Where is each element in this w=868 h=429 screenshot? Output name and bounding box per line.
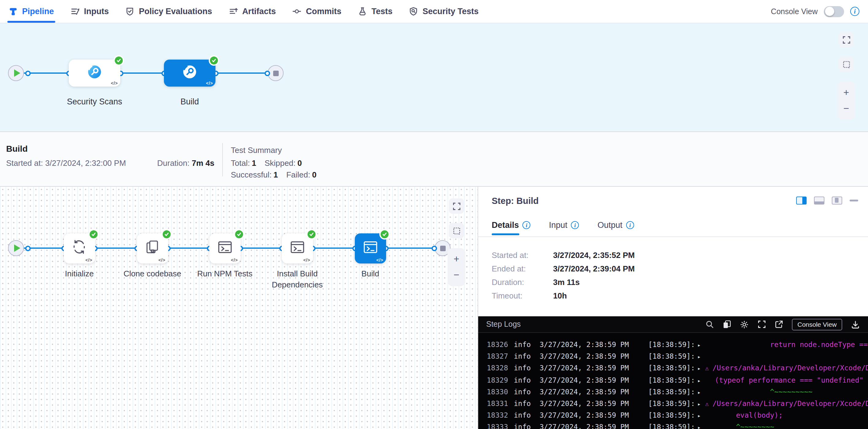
step-logs-output[interactable]: 18326info3/27/2024, 2:38:59 PM[18:38:59]… bbox=[478, 333, 868, 429]
tab-output[interactable]: Output i bbox=[598, 220, 634, 235]
log-expand-icon[interactable]: ▸ bbox=[698, 401, 701, 407]
canvas-fullscreen-button[interactable] bbox=[839, 32, 854, 47]
start-node[interactable] bbox=[8, 240, 24, 256]
log-expand-icon[interactable]: ▸ bbox=[698, 366, 701, 372]
log-time: [18:38:59]: bbox=[648, 352, 695, 361]
step-node-clone-codebase[interactable]: </> bbox=[137, 233, 168, 263]
end-node[interactable] bbox=[268, 65, 284, 81]
layout-split-right-icon[interactable] bbox=[796, 196, 807, 205]
log-line-number: 18332 bbox=[487, 410, 514, 421]
canvas-select-button[interactable] bbox=[839, 57, 854, 72]
edge-port bbox=[264, 70, 270, 76]
detail-row: Ended at: 3/27/2024, 2:39:04 PM bbox=[492, 264, 635, 273]
tabs-separator bbox=[478, 237, 868, 237]
zoom-out-button[interactable]: − bbox=[454, 270, 460, 280]
nav-tab-policy-evaluations[interactable]: Policy Evaluations bbox=[126, 0, 212, 23]
log-row: 18326info3/27/2024, 2:38:59 PM[18:38:59]… bbox=[487, 339, 868, 351]
success-badge bbox=[89, 230, 97, 238]
log-expand-icon[interactable]: ▸ bbox=[698, 389, 701, 396]
artifacts-icon bbox=[229, 7, 238, 16]
step-logs-header: Step Logs Console View bbox=[478, 316, 868, 333]
stop-icon bbox=[440, 245, 445, 251]
log-line-number: 18330 bbox=[487, 386, 514, 398]
step-node-initialize[interactable]: </> bbox=[64, 233, 95, 263]
tab-details[interactable]: Details i bbox=[492, 220, 531, 235]
console-view-button[interactable]: Console View bbox=[792, 318, 842, 330]
tab-input[interactable]: Input i bbox=[549, 220, 579, 235]
step-panel-tabs: Details i Input i Output i bbox=[492, 220, 634, 235]
nav-tab-commits[interactable]: Commits bbox=[292, 0, 342, 23]
fullscreen-icon[interactable] bbox=[757, 320, 766, 329]
info-icon[interactable]: i bbox=[626, 221, 634, 229]
log-level: info bbox=[514, 374, 539, 386]
layout-split-bottom-icon[interactable] bbox=[814, 196, 825, 205]
step-node-label: Initialize bbox=[65, 268, 94, 279]
test-summary-counts-2: Successful:1 Failed:0 bbox=[231, 170, 322, 179]
test-summary-title: Test Summary bbox=[231, 146, 322, 155]
zoom-in-button[interactable]: + bbox=[454, 254, 460, 264]
minimize-panel-icon[interactable] bbox=[849, 200, 858, 202]
log-text: (typeof performance === "undefined" bbox=[702, 375, 863, 384]
success-badge bbox=[210, 57, 218, 64]
nav-tab-pipeline[interactable]: Pipeline bbox=[9, 0, 54, 23]
stage-node-build[interactable]: </> bbox=[164, 60, 215, 87]
step-graph-canvas[interactable]: </>Initialize </>Clone codebase </>Run N… bbox=[0, 187, 478, 429]
edge-port bbox=[25, 245, 30, 251]
log-date: 3/27/2024, 2:38:59 PM bbox=[539, 363, 648, 374]
log-date: 3/27/2024, 2:38:59 PM bbox=[539, 339, 648, 351]
toggle-knob bbox=[825, 7, 834, 16]
console-view-toggle[interactable] bbox=[824, 6, 844, 17]
log-expand-icon[interactable]: ▸ bbox=[698, 354, 701, 360]
layout-panel-icon[interactable] bbox=[832, 196, 842, 205]
canvas-select-button[interactable] bbox=[449, 223, 464, 238]
terminal-icon bbox=[217, 239, 233, 257]
log-expand-icon[interactable]: ▸ bbox=[698, 425, 701, 429]
stage-graph-canvas[interactable]: </>Security Scans </>Build + − bbox=[0, 23, 868, 131]
nav-tab-tests[interactable]: Tests bbox=[358, 0, 393, 23]
nav-tab-label: Pipeline bbox=[22, 7, 54, 16]
log-text: eval(body); bbox=[702, 411, 783, 420]
info-icon[interactable]: i bbox=[571, 221, 579, 229]
canvas-fullscreen-button[interactable] bbox=[449, 198, 464, 214]
success-badge bbox=[380, 230, 388, 238]
download-icon[interactable] bbox=[851, 320, 860, 329]
log-row: 18333info3/27/2024, 2:38:59 PM[18:38:59]… bbox=[487, 422, 868, 429]
settings-gear-icon[interactable] bbox=[740, 320, 749, 329]
info-icon[interactable]: i bbox=[523, 221, 531, 229]
zoom-out-button[interactable]: − bbox=[843, 104, 849, 114]
nav-tab-artifacts[interactable]: Artifacts bbox=[229, 0, 276, 23]
scan-stage-icon bbox=[87, 64, 102, 82]
log-expand-icon[interactable]: ▸ bbox=[698, 342, 701, 348]
step-panel-title: Step: Build bbox=[492, 196, 539, 206]
nav-tab-security-tests[interactable]: Security Tests bbox=[409, 0, 479, 23]
stage-started: Started at: 3/27/2024, 2:32:00 PM bbox=[6, 158, 126, 168]
detail-value: 3/27/2024, 2:39:04 PM bbox=[553, 264, 635, 273]
policy-shield-check-icon bbox=[126, 7, 135, 16]
log-time: [18:38:59]: bbox=[648, 423, 695, 429]
log-date: 3/27/2024, 2:38:59 PM bbox=[539, 410, 648, 421]
nav-tab-label: Inputs bbox=[84, 7, 109, 16]
log-level: info bbox=[514, 422, 539, 429]
tab-label: Output bbox=[598, 220, 622, 230]
detail-row: Timeout: 10h bbox=[492, 291, 567, 300]
search-icon[interactable] bbox=[705, 320, 714, 329]
log-text: ^~~~~~~~~ bbox=[702, 423, 774, 429]
step-node-install-build-dependencies[interactable]: </> bbox=[282, 233, 313, 263]
divider bbox=[222, 143, 223, 176]
log-expand-icon[interactable]: ▸ bbox=[698, 377, 701, 384]
nav-tab-label: Security Tests bbox=[423, 7, 479, 16]
log-text: return node.nodeType === bbox=[702, 340, 868, 349]
log-expand-icon[interactable]: ▸ bbox=[698, 413, 701, 419]
edge-port bbox=[431, 245, 437, 251]
log-toolbar: Console View bbox=[705, 318, 860, 330]
copy-icon[interactable] bbox=[722, 320, 731, 329]
step-node-build[interactable]: </> bbox=[355, 233, 386, 263]
stage-node-security-scans[interactable]: </> bbox=[69, 60, 120, 87]
info-icon[interactable]: i bbox=[850, 7, 859, 16]
start-node[interactable] bbox=[8, 65, 24, 81]
external-link-icon[interactable] bbox=[775, 320, 783, 329]
test-summary: Test Summary Total:1 Skipped:0 Successfu… bbox=[231, 146, 322, 182]
zoom-in-button[interactable]: + bbox=[843, 88, 849, 98]
step-node-run-npm-tests[interactable]: </> bbox=[209, 233, 240, 263]
nav-tab-inputs[interactable]: Inputs bbox=[71, 0, 109, 23]
